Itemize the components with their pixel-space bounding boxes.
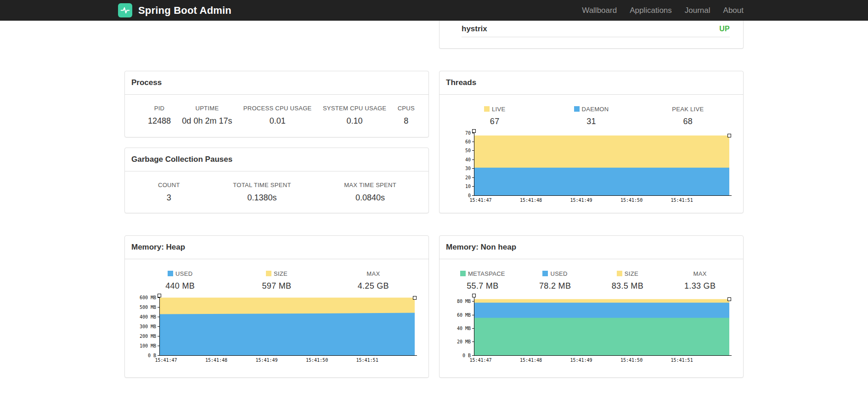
svg-text:15:41:49: 15:41:49 — [570, 358, 592, 363]
legend-label: PEAK LIVE — [672, 106, 704, 113]
threads-chart: 01020304050607015:41:4715:41:4815:41:491… — [446, 129, 736, 204]
legend-label: USED — [550, 270, 567, 277]
heap-size-value: 597 MB — [228, 281, 325, 291]
stat-value: 3 — [158, 193, 180, 203]
gc-stats: COUNT 3 TOTAL TIME SPENT 0.1380s MAX TIM… — [125, 171, 428, 203]
svg-text:15:41:47: 15:41:47 — [155, 358, 177, 363]
legend-item-used: USED — [132, 270, 228, 277]
threads-peak-live-value: 68 — [640, 117, 736, 126]
nonheap-used-value: 78.2 MB — [519, 281, 592, 291]
svg-text:600 MB: 600 MB — [140, 295, 156, 300]
svg-text:15:41:51: 15:41:51 — [356, 358, 378, 363]
legend-item-used: USED — [519, 270, 592, 277]
legend-item-max: MAX — [325, 270, 422, 277]
stat-uptime: UPTIME 0d 0h 2m 17s — [182, 105, 232, 126]
heap-legend-values: 440 MB 597 MB 4.25 GB — [132, 281, 422, 291]
stat-label: PID — [148, 105, 171, 112]
threads-live-value: 67 — [446, 117, 543, 126]
threads-daemon-value: 31 — [543, 117, 639, 126]
live-legend-swatch — [484, 106, 490, 112]
svg-text:50: 50 — [465, 148, 471, 153]
stat-cpus: CPUS 8 — [398, 105, 415, 126]
svg-text:15:41:48: 15:41:48 — [205, 358, 227, 363]
main-nav: Wallboard Applications Journal About — [582, 6, 744, 15]
app-title: Spring Boot Admin — [138, 5, 231, 17]
stat-value: 0.10 — [323, 116, 386, 126]
legend-label: DAEMON — [582, 106, 609, 113]
legend-label: MAX — [366, 270, 380, 277]
threads-legend-values: 67 31 68 — [446, 117, 736, 126]
legend-label: SIZE — [274, 270, 287, 277]
memory-heap-panel-title: Memory: Heap — [125, 236, 428, 259]
gc-panel-title: Garbage Collection Pauses — [125, 148, 428, 171]
nonheap-legend-values: 55.7 MB 78.2 MB 83.5 MB 1.33 GB — [446, 281, 736, 291]
nav-link-journal[interactable]: Journal — [685, 6, 710, 15]
navbar-container: Spring Boot Admin Wallboard Applications… — [124, 0, 744, 21]
spring-boot-admin-logo-icon — [118, 3, 132, 17]
nonheap-size-value: 83.5 MB — [592, 281, 664, 291]
stat-label: PROCESS CPU USAGE — [243, 105, 312, 112]
svg-text:15:41:47: 15:41:47 — [469, 358, 491, 363]
stat-label: COUNT — [158, 182, 180, 188]
stat-value: 0.1380s — [233, 193, 291, 203]
svg-text:15:41:51: 15:41:51 — [671, 358, 693, 363]
svg-text:15:41:48: 15:41:48 — [520, 358, 542, 363]
svg-text:15:41:49: 15:41:49 — [255, 358, 277, 363]
heap-max-value: 4.25 GB — [325, 281, 422, 291]
used-legend-swatch — [168, 271, 173, 276]
svg-text:500 MB: 500 MB — [140, 305, 156, 310]
right-column: hystrix UP Threads LIVE DAEMON PEAK LIVE — [439, 21, 744, 378]
memory-nonheap-panel-title: Memory: Non heap — [440, 236, 743, 259]
stat-label: TOTAL TIME SPENT — [233, 182, 291, 188]
nav-link-applications[interactable]: Applications — [630, 6, 672, 15]
legend-label: MAX — [693, 270, 707, 277]
stat-value: 0.01 — [243, 116, 312, 126]
left-column: Process PID 12488 UPTIME 0d 0h 2m 17s PR… — [124, 21, 429, 378]
threads-panel: Threads LIVE DAEMON PEAK LIVE 67 31 — [439, 71, 744, 213]
brand[interactable]: Spring Boot Admin — [118, 3, 231, 17]
svg-text:20: 20 — [465, 175, 471, 180]
legend-item-daemon: DAEMON — [543, 106, 639, 113]
svg-text:40: 40 — [465, 157, 471, 162]
svg-text:10: 10 — [465, 184, 471, 189]
nonheap-memory-chart: 0 B20 MB40 MB60 MB80 MB15:41:4715:41:481… — [446, 294, 736, 364]
svg-text:0: 0 — [468, 193, 471, 198]
nonheap-max-value: 1.33 GB — [664, 281, 736, 291]
page-content: Process PID 12488 UPTIME 0d 0h 2m 17s PR… — [124, 21, 744, 378]
svg-text:100 MB: 100 MB — [140, 343, 156, 348]
svg-text:80 MB: 80 MB — [457, 299, 471, 304]
legend-label: METASPACE — [468, 270, 505, 277]
threads-panel-title: Threads — [440, 71, 743, 95]
legend-label: LIVE — [492, 106, 505, 113]
nav-link-wallboard[interactable]: Wallboard — [582, 6, 617, 15]
stat-pid: PID 12488 — [148, 105, 171, 126]
memory-heap-body: USED SIZE MAX 440 MB 597 MB 4.25 GB 0 B1… — [125, 259, 428, 364]
gc-pauses-panel: Garbage Collection Pauses COUNT 3 TOTAL … — [124, 148, 429, 213]
application-name[interactable]: hystrix — [462, 24, 487, 34]
memory-nonheap-panel: Memory: Non heap METASPACE USED SIZE MAX — [439, 235, 744, 378]
application-row[interactable]: hystrix UP — [462, 21, 730, 37]
stat-gc-count: COUNT 3 — [158, 182, 180, 203]
svg-text:15:41:50: 15:41:50 — [620, 198, 643, 203]
nonheap-legend: METASPACE USED SIZE MAX — [446, 270, 736, 277]
svg-text:200 MB: 200 MB — [140, 334, 156, 339]
svg-text:15:41:48: 15:41:48 — [520, 198, 542, 203]
stat-gc-max-time: MAX TIME SPENT 0.0840s — [344, 182, 396, 203]
heap-legend: USED SIZE MAX — [132, 270, 422, 277]
svg-text:0 B: 0 B — [148, 353, 156, 358]
svg-text:60 MB: 60 MB — [457, 313, 471, 318]
process-panel-title: Process — [125, 71, 428, 95]
svg-text:60: 60 — [465, 139, 471, 144]
nav-link-about[interactable]: About — [723, 6, 744, 15]
svg-text:15:41:50: 15:41:50 — [620, 358, 643, 363]
stat-value: 12488 — [148, 116, 171, 126]
legend-item-size: SIZE — [228, 270, 325, 277]
heap-used-value: 440 MB — [132, 281, 228, 291]
stat-system-cpu-usage: SYSTEM CPU USAGE 0.10 — [323, 105, 386, 126]
legend-item-metaspace: METASPACE — [446, 270, 519, 277]
stat-label: CPUS — [398, 105, 415, 112]
threads-legend: LIVE DAEMON PEAK LIVE — [446, 106, 736, 113]
stat-value: 0.0840s — [344, 193, 396, 203]
used-legend-swatch — [542, 271, 548, 276]
svg-text:15:41:49: 15:41:49 — [570, 198, 592, 203]
